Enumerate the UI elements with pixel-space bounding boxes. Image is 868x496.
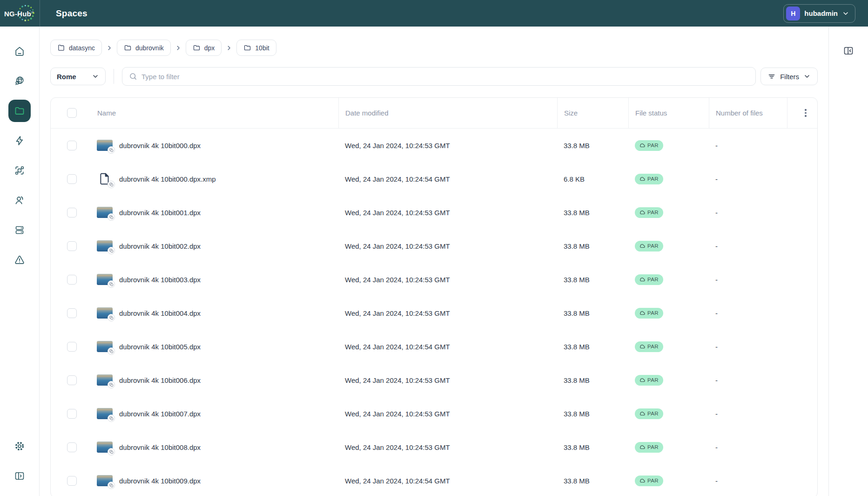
file-name[interactable]: dubrovnik 4k 10bit000.dpx: [119, 142, 201, 149]
search-icon: [129, 72, 137, 81]
table-row[interactable]: dubrovnik 4k 10bit005.dpx Wed, 24 Jan 20…: [51, 330, 817, 363]
chevron-down-icon: [92, 73, 99, 80]
chevron-right-icon: [226, 45, 232, 51]
table-row[interactable]: dubrovnik 4k 10bit000.dpx.xmp Wed, 24 Ja…: [51, 162, 817, 196]
table-row[interactable]: dubrovnik 4k 10bit008.dpx Wed, 24 Jan 20…: [51, 430, 817, 464]
copy-badge: [108, 347, 115, 355]
file-name[interactable]: dubrovnik 4k 10bit000.dpx.xmp: [119, 175, 216, 183]
chevron-right-icon: [106, 45, 113, 51]
status-badge: PAR: [635, 476, 663, 486]
table-row[interactable]: dubrovnik 4k 10bit003.dpx Wed, 24 Jan 20…: [51, 263, 817, 296]
file-count: -: [709, 376, 787, 384]
folder-icon: [193, 44, 201, 52]
row-checkbox[interactable]: [67, 375, 77, 385]
file-count: -: [709, 309, 787, 317]
copy-icon: [109, 282, 114, 286]
copy-badge: [108, 414, 115, 422]
avatar: H: [786, 7, 800, 20]
file-name[interactable]: dubrovnik 4k 10bit008.dpx: [119, 443, 201, 451]
status-badge: PAR: [635, 174, 663, 184]
row-checkbox[interactable]: [67, 308, 77, 318]
file-size: 33.8 MB: [557, 309, 628, 317]
sidebar-item-files[interactable]: [8, 100, 31, 122]
main-content: datasync dubrovnik dpx 10bit: [40, 27, 828, 496]
file-name[interactable]: dubrovnik 4k 10bit005.dpx: [119, 343, 201, 351]
chevron-right-icon: [175, 45, 182, 51]
sidebar-item-home[interactable]: [8, 40, 31, 62]
status-badge: PAR: [635, 375, 663, 386]
row-checkbox[interactable]: [67, 409, 77, 419]
table-row[interactable]: dubrovnik 4k 10bit001.dpx Wed, 24 Jan 20…: [51, 196, 817, 229]
breadcrumb-item-10bit[interactable]: 10bit: [236, 40, 276, 56]
user-menu-button[interactable]: H hubadmin: [783, 4, 855, 23]
file-name[interactable]: dubrovnik 4k 10bit002.dpx: [119, 242, 201, 250]
sidebar-item-settings[interactable]: [8, 435, 31, 457]
copy-icon: [109, 483, 114, 488]
sidebar-item-automation[interactable]: [8, 129, 31, 152]
topbar: NG-Hub™ Spaces H hubadmin: [0, 0, 868, 27]
file-thumbnail: [97, 408, 113, 419]
users-icon: [14, 195, 25, 206]
row-checkbox[interactable]: [67, 141, 77, 150]
sidebar-item-workflows[interactable]: [8, 159, 31, 182]
search-input[interactable]: [141, 73, 749, 81]
file-name[interactable]: dubrovnik 4k 10bit001.dpx: [119, 209, 201, 217]
row-checkbox[interactable]: [67, 174, 77, 184]
file-name[interactable]: dubrovnik 4k 10bit003.dpx: [119, 276, 201, 284]
sidebar-item-users[interactable]: [8, 189, 31, 211]
breadcrumb-item-datasync[interactable]: datasync: [50, 40, 102, 56]
search-box: [122, 67, 756, 86]
breadcrumb-item-dubrovnik[interactable]: dubrovnik: [117, 40, 171, 56]
expand-sidebar-button[interactable]: [8, 465, 31, 487]
open-details-panel-button[interactable]: [841, 45, 856, 61]
filter-icon: [767, 72, 776, 81]
cloud-icon: [639, 444, 645, 450]
sidebar-item-alerts[interactable]: [8, 249, 31, 271]
status-badge: PAR: [635, 274, 663, 285]
table-row[interactable]: dubrovnik 4k 10bit000.dpx Wed, 24 Jan 20…: [51, 129, 817, 162]
sidebar-item-storage[interactable]: [8, 219, 31, 241]
table-row[interactable]: dubrovnik 4k 10bit004.dpx Wed, 24 Jan 20…: [51, 296, 817, 330]
cloud-icon: [639, 176, 645, 182]
breadcrumb-item-dpx[interactable]: dpx: [186, 40, 222, 56]
table-row[interactable]: dubrovnik 4k 10bit007.dpx Wed, 24 Jan 20…: [51, 397, 817, 430]
file-name[interactable]: dubrovnik 4k 10bit004.dpx: [119, 309, 201, 317]
chevron-down-icon: [842, 10, 849, 17]
select-all-checkbox[interactable]: [67, 108, 77, 118]
sidebar: [0, 27, 40, 496]
cloud-icon: [639, 243, 645, 249]
file-thumbnail: [97, 240, 113, 251]
cloud-icon: [639, 478, 645, 483]
file-count: -: [709, 175, 787, 183]
alerts-icon: [14, 254, 25, 265]
table-header: Name Date modified Size File status Numb…: [51, 98, 817, 129]
row-checkbox[interactable]: [67, 342, 77, 352]
copy-badge: [108, 213, 115, 221]
row-checkbox[interactable]: [67, 476, 77, 486]
file-name[interactable]: dubrovnik 4k 10bit007.dpx: [119, 410, 201, 418]
status-badge: PAR: [635, 442, 663, 453]
file-count: -: [709, 477, 787, 485]
file-date-modified: Wed, 24 Jan 2024, 10:24:54 GMT: [338, 175, 557, 183]
table-row[interactable]: dubrovnik 4k 10bit006.dpx Wed, 24 Jan 20…: [51, 363, 817, 397]
file-count: -: [709, 443, 787, 451]
row-checkbox[interactable]: [67, 275, 77, 285]
sidebar-item-discover[interactable]: [8, 70, 31, 92]
right-rail: [828, 27, 868, 496]
row-checkbox[interactable]: [67, 442, 77, 452]
table-row[interactable]: dubrovnik 4k 10bit009.dpx Wed, 24 Jan 20…: [51, 464, 817, 496]
file-size: 33.8 MB: [557, 477, 628, 485]
space-selector[interactable]: Rome: [50, 68, 106, 85]
table-options-button[interactable]: [802, 106, 809, 120]
row-checkbox[interactable]: [67, 241, 77, 251]
file-name[interactable]: dubrovnik 4k 10bit009.dpx: [119, 477, 201, 485]
file-date-modified: Wed, 24 Jan 2024, 10:24:53 GMT: [338, 443, 557, 451]
file-name[interactable]: dubrovnik 4k 10bit006.dpx: [119, 376, 201, 384]
discover-icon: [14, 75, 25, 87]
row-checkbox[interactable]: [67, 208, 77, 217]
copy-icon: [109, 215, 114, 219]
file-count: -: [709, 276, 787, 284]
table-row[interactable]: dubrovnik 4k 10bit002.dpx Wed, 24 Jan 20…: [51, 229, 817, 263]
filters-button[interactable]: Filters: [760, 68, 818, 85]
copy-badge: [108, 146, 115, 154]
